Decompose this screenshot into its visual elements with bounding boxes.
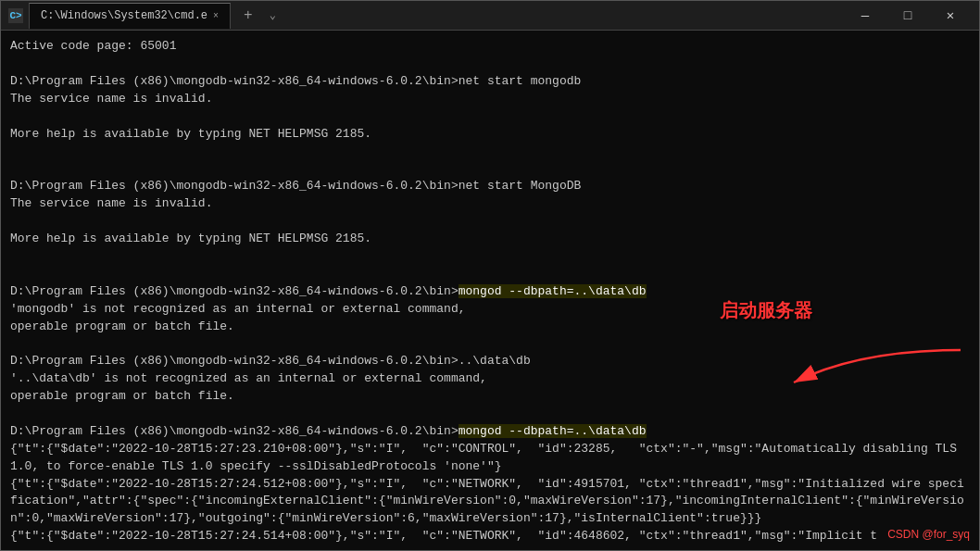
terminal-body[interactable]: Active code page: 65001 D:\Program Files…	[1, 31, 979, 550]
terminal-line: D:\Program Files (x86)\mongodb-win32-x86…	[10, 283, 970, 301]
terminal-line: {"t":{"$date":"2022-10-28T15:27:23.210+0…	[10, 441, 970, 476]
tab-close-button[interactable]: ×	[213, 11, 219, 21]
titlebar: C> C:\Windows\System32\cmd.e × + ⌄ — □ ✕	[1, 1, 979, 31]
terminal-line	[10, 213, 970, 231]
terminal-window: C> C:\Windows\System32\cmd.e × + ⌄ — □ ✕…	[0, 0, 980, 551]
tab-chevron-icon[interactable]: ⌄	[270, 8, 276, 22]
terminal-line	[10, 406, 970, 423]
terminal-line	[10, 108, 970, 126]
annotation-box: 启动服务器	[720, 297, 812, 324]
active-tab[interactable]: C:\Windows\System32\cmd.e ×	[29, 3, 231, 29]
terminal-line	[10, 160, 970, 178]
terminal-line: More help is available by typing NET HEL…	[10, 231, 970, 248]
terminal-line: More help is available by typing NET HEL…	[10, 126, 970, 144]
terminal-line	[10, 56, 970, 73]
terminal-line: Active code page: 65001	[10, 38, 970, 56]
terminal-line: D:\Program Files (x86)\mongodb-win32-x86…	[10, 73, 970, 91]
terminal-line: The service name is invalid.	[10, 91, 970, 108]
terminal-line: {"t":{"$date":"2022-10-28T15:27:24.512+0…	[10, 476, 970, 529]
minimize-button[interactable]: —	[844, 1, 886, 31]
close-button[interactable]: ✕	[929, 1, 972, 31]
terminal-line	[10, 143, 970, 160]
watermark: CSDN @for_syq	[887, 527, 970, 543]
terminal-line: D:\Program Files (x86)\mongodb-win32-x86…	[10, 423, 970, 441]
terminal-line: 'mongodb' is not recognized as an intern…	[10, 301, 970, 319]
terminal-line	[10, 266, 970, 283]
annotation-text: 启动服务器	[720, 297, 812, 324]
terminal-line: operable program or batch file.	[10, 319, 970, 336]
terminal-output: Active code page: 65001 D:\Program Files…	[10, 38, 970, 545]
tab-label: C:\Windows\System32\cmd.e	[41, 9, 207, 22]
new-tab-button[interactable]: +	[236, 7, 260, 24]
terminal-line: D:\Program Files (x86)\mongodb-win32-x86…	[10, 178, 970, 195]
terminal-line: The service name is invalid.	[10, 195, 970, 213]
terminal-line	[10, 248, 970, 266]
window-controls: — □ ✕	[844, 1, 972, 31]
app-icon: C>	[8, 8, 23, 23]
terminal-line: {"t":{"$date":"2022-10-28T15:27:24.514+0…	[10, 528, 970, 545]
annotation-arrow-icon	[766, 345, 970, 392]
maximize-button[interactable]: □	[886, 1, 929, 31]
